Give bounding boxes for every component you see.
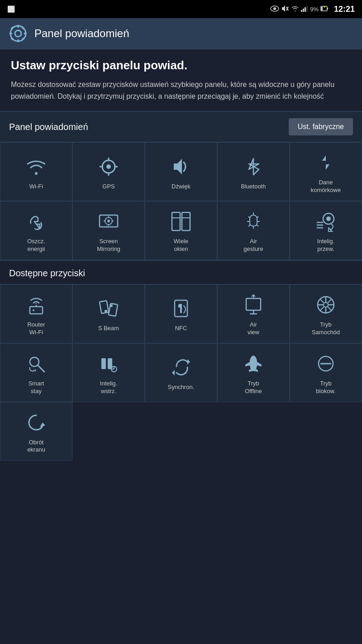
airplane-button[interactable]: TrybOffline — [217, 343, 290, 402]
screen-mirroring-icon — [97, 210, 120, 233]
svg-marker-77 — [172, 370, 175, 375]
rotation-button[interactable]: Obrótekranu — [0, 402, 72, 461]
svg-marker-76 — [187, 359, 190, 365]
smart-pause-button[interactable]: Intelig.wstrz. — [72, 343, 145, 402]
wifi-status-icon — [291, 5, 299, 13]
nfc-icon — [169, 297, 193, 320]
wifi-label: Wi-Fi — [29, 183, 43, 191]
rotation-label: Obrótekranu — [27, 439, 45, 454]
gps-icon — [97, 155, 120, 178]
settings-gear-icon — [9, 24, 27, 43]
s-beam-icon — [97, 297, 120, 320]
page-header: Panel powiadomień — [0, 18, 362, 49]
svg-rect-10 — [321, 7, 323, 10]
sync-button[interactable]: Synchron. — [145, 343, 217, 402]
blocking-mode-icon — [314, 352, 338, 375]
multi-window-label: Wieleokien — [174, 238, 189, 253]
svg-point-1 — [273, 7, 276, 10]
status-bar: ⬜ 9% 12:21 — [0, 0, 362, 18]
svg-rect-5 — [303, 9, 304, 12]
panel-section-title: Panel powiadomień — [9, 122, 88, 132]
svg-rect-7 — [306, 6, 308, 12]
wifi-router-icon — [24, 293, 48, 317]
screen-mirroring-button[interactable]: ScreenMirroring — [72, 201, 145, 260]
sync-label: Synchron. — [168, 384, 195, 391]
mute-icon — [281, 5, 289, 14]
signal-icon — [301, 5, 308, 13]
svg-point-61 — [324, 303, 328, 307]
s-beam-button[interactable]: S Beam — [72, 284, 145, 343]
svg-rect-48 — [30, 307, 43, 314]
bluetooth-label: Bluetooth — [241, 183, 266, 191]
power-saving-label: Oszcz.energii — [27, 238, 45, 253]
available-section-header: Dostępne przyciski — [0, 261, 362, 284]
sound-button[interactable]: Dźwięk — [145, 142, 217, 201]
air-gesture-icon — [242, 210, 265, 233]
description-text: Możesz dostosować zestaw przycisków usta… — [11, 79, 351, 102]
svg-point-30 — [107, 220, 110, 222]
svg-rect-9 — [327, 8, 328, 10]
svg-point-53 — [105, 310, 107, 312]
wifi-button[interactable]: Wi-Fi — [0, 142, 72, 201]
battery-icon — [320, 5, 329, 13]
available-section-title: Dostępne przyciski — [9, 268, 85, 278]
air-gesture-label: Airgesture — [243, 238, 263, 253]
wifi-icon — [24, 155, 48, 178]
gps-button[interactable]: GPS — [72, 142, 145, 201]
description-block: Ustaw przyciski panelu powiad. Możesz do… — [0, 49, 362, 112]
bluetooth-icon — [242, 155, 265, 178]
svg-line-69 — [328, 307, 332, 311]
available-buttons-grid: RouterWi-Fi S Beam NFC Airview TrybSamoc… — [0, 284, 362, 461]
wifi-router-button[interactable]: RouterWi-Fi — [0, 284, 72, 343]
mobile-data-icon — [314, 151, 338, 174]
svg-line-68 — [320, 307, 324, 311]
svg-line-66 — [320, 299, 324, 303]
svg-rect-14 — [17, 25, 19, 28]
smart-scroll-label: Intelig.przew. — [317, 238, 334, 253]
svg-rect-36 — [182, 212, 190, 231]
svg-point-44 — [326, 216, 331, 221]
svg-rect-17 — [24, 33, 27, 34]
svg-rect-16 — [10, 33, 12, 34]
gps-label: GPS — [102, 183, 114, 191]
blocking-mode-button[interactable]: Trybblokow. — [290, 343, 362, 402]
power-saving-icon — [24, 210, 48, 233]
svg-point-13 — [15, 30, 21, 37]
svg-rect-6 — [305, 7, 306, 12]
power-saving-button[interactable]: Oszcz.energii — [0, 201, 72, 260]
air-view-icon — [242, 293, 265, 317]
sound-icon — [169, 155, 193, 178]
car-mode-icon — [314, 293, 338, 317]
smart-scroll-icon — [314, 210, 338, 233]
svg-point-49 — [33, 309, 34, 311]
smart-scroll-button[interactable]: Intelig.przew. — [290, 201, 362, 260]
smart-stay-label: Smartstay — [29, 380, 44, 395]
airplane-label: TrybOffline — [245, 380, 262, 395]
air-gesture-button[interactable]: Airgesture — [217, 201, 290, 260]
air-view-button[interactable]: Airview — [217, 284, 290, 343]
svg-point-54 — [110, 304, 113, 307]
svg-rect-56 — [246, 298, 261, 310]
sync-icon — [169, 356, 193, 379]
car-mode-button[interactable]: TrybSamochód — [290, 284, 362, 343]
car-mode-label: TrybSamochód — [312, 321, 340, 336]
mobile-data-button[interactable]: Danekomórkowe — [290, 142, 362, 201]
blocking-mode-label: Trybblokow. — [316, 380, 335, 395]
mobile-data-label: Danekomórkowe — [311, 179, 341, 194]
factory-reset-button[interactable]: Ust. fabryczne — [289, 118, 353, 135]
screen-mirroring-label: ScreenMirroring — [97, 238, 120, 253]
panel-section-header: Panel powiadomień Ust. fabryczne — [0, 112, 362, 142]
header-title: Panel powiadomień — [34, 27, 129, 40]
svg-line-67 — [328, 299, 332, 303]
rotation-icon — [24, 411, 48, 434]
air-view-label: Airview — [248, 321, 259, 336]
smart-stay-button[interactable]: Smartstay — [0, 343, 72, 402]
svg-rect-35 — [172, 212, 180, 231]
multi-window-button[interactable]: Wieleokien — [145, 201, 217, 260]
svg-rect-4 — [301, 10, 302, 12]
sound-label: Dźwięk — [171, 183, 191, 191]
multi-window-icon — [169, 210, 193, 233]
nfc-button[interactable]: NFC — [145, 284, 217, 343]
bluetooth-button[interactable]: Bluetooth — [217, 142, 290, 201]
svg-rect-15 — [17, 39, 19, 42]
